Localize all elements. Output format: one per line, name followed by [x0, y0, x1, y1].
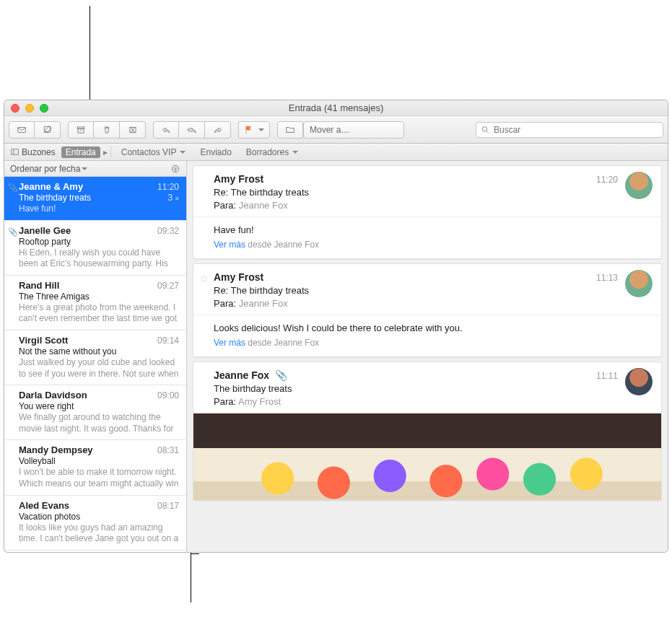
- preview-text: Hi Eden, I really wish you could have be…: [19, 248, 179, 270]
- drafts-dropdown[interactable]: Borradores: [239, 147, 305, 157]
- subject-label: Rooftop party: [19, 237, 71, 247]
- toolbar: Mover a…: [4, 116, 668, 144]
- sender-label: Virgil Scott: [19, 335, 68, 346]
- compose-icon: [43, 125, 53, 135]
- archive-icon: [76, 125, 86, 135]
- preview-text: It looks like you guys had an amazing ti…: [19, 522, 179, 545]
- time-label: 11:11: [596, 371, 618, 381]
- get-mail-button[interactable]: [9, 121, 35, 139]
- inbox-pill[interactable]: Entrada: [61, 146, 100, 158]
- attachment-icon: 📎: [8, 227, 18, 237]
- thread-message-card[interactable]: Amy FrostRe: The birthday treatsPara: Je…: [193, 165, 662, 259]
- avatar: [625, 270, 653, 297]
- avatar: [625, 368, 653, 395]
- trash-icon: [102, 125, 112, 135]
- see-more-link[interactable]: Ver más desde Jeanne Fox: [214, 240, 651, 250]
- sender-label: Darla Davidson: [19, 390, 87, 400]
- callout-line: [191, 553, 199, 554]
- reply-all-button[interactable]: [179, 121, 205, 139]
- mailboxes-label: Buzones: [22, 147, 56, 157]
- delete-button[interactable]: [94, 121, 120, 139]
- move-to-dropdown[interactable]: Mover a…: [303, 121, 404, 139]
- filter-icon[interactable]: [170, 164, 180, 174]
- message-list-item[interactable]: Darla Davidson09:00You were rightWe fina…: [4, 385, 186, 440]
- time-label: 08:17: [157, 501, 179, 511]
- flag-button[interactable]: [238, 121, 270, 139]
- message-list-item[interactable]: 📎Jeanne & Amy11:20The birthday treats3 »…: [4, 177, 186, 221]
- subject-label: The birthday treats: [19, 193, 91, 203]
- attachment-icon: 📎: [8, 183, 18, 193]
- from-label: Amy Frost: [214, 271, 651, 283]
- message-list-item[interactable]: Rand Hill09:27The Three AmigasHere's a g…: [4, 276, 186, 330]
- avatar: [625, 172, 653, 199]
- search-input[interactable]: [494, 125, 658, 135]
- compose-button[interactable]: [35, 121, 61, 139]
- see-more-link[interactable]: Ver más desde Jeanne Fox: [214, 338, 651, 348]
- time-label: 11:13: [596, 273, 618, 283]
- preview-text: I won't be able to make it tomorrow nigh…: [19, 467, 179, 489]
- favorites-bar: Buzones Entrada ▸ Contactos VIP Enviado …: [4, 144, 668, 161]
- mail-window: Entrada (41 mensajes): [4, 100, 668, 553]
- window-title: Entrada (41 mensajes): [4, 102, 668, 113]
- message-list-item[interactable]: Robert Fabian08:06Lost and foundHi every…: [4, 551, 186, 552]
- time-label: 11:20: [157, 182, 179, 192]
- from-label: Amy Frost: [214, 173, 651, 185]
- time-label: 09:00: [157, 390, 179, 400]
- preview-text: We finally got around to watching the mo…: [19, 412, 179, 434]
- message-list-item[interactable]: Mandy Dempsey08:31VolleyballI won't be a…: [4, 440, 186, 495]
- junk-button[interactable]: [120, 121, 146, 139]
- svg-rect-1: [44, 126, 50, 132]
- mailboxes-toggle[interactable]: Buzones: [4, 147, 61, 157]
- from-label: Jeanne Fox📎: [214, 369, 651, 381]
- attachment-icon: 📎: [275, 369, 287, 381]
- message-list-pane: Ordenar por fecha 📎Jeanne & Amy11:20The …: [4, 161, 187, 552]
- email-image-attachment: [193, 413, 661, 500]
- subject-label: The Three Amigas: [19, 292, 90, 302]
- message-list-item[interactable]: Aled Evans08:17Vacation photosIt looks l…: [4, 496, 186, 551]
- subject-label: Re: The birthday treats: [214, 187, 651, 198]
- sort-header[interactable]: Ordenar por fecha: [4, 161, 186, 177]
- svg-rect-0: [18, 127, 26, 132]
- message-list-item[interactable]: 📎Janelle Gee09:32Rooftop partyHi Eden, I…: [4, 221, 186, 276]
- sidebar-icon: [10, 147, 19, 157]
- reply-button[interactable]: [153, 121, 179, 139]
- sender-label: Jeanne & Amy: [19, 181, 83, 192]
- subject-label: Volleyball: [19, 456, 56, 466]
- folder-icon: [285, 125, 295, 135]
- flag-icon: [244, 125, 254, 135]
- thread-message-card[interactable]: Jeanne Fox📎The birthday treatsPara: Amy …: [193, 362, 662, 501]
- sender-label: Mandy Dempsey: [19, 444, 93, 455]
- time-label: 08:31: [157, 445, 179, 455]
- thread-message-card[interactable]: ☆Amy FrostRe: The birthday treatsPara: J…: [193, 263, 662, 357]
- subject-label: The birthday treats: [214, 383, 651, 394]
- message-list-item[interactable]: Virgil Scott09:14Not the same without yo…: [4, 330, 186, 385]
- preview-text: Have fun!: [19, 203, 179, 215]
- move-folder-icon-button[interactable]: [277, 121, 303, 139]
- archive-button[interactable]: [68, 121, 94, 139]
- reply-all-icon: [187, 125, 197, 135]
- time-label: 09:32: [157, 226, 179, 236]
- move-to-label: Mover a…: [310, 125, 349, 135]
- search-field[interactable]: [476, 122, 663, 138]
- message-body: Have fun!: [214, 224, 651, 235]
- time-label: 11:20: [596, 175, 618, 185]
- chevron-down-icon: [257, 124, 264, 135]
- svg-point-7: [172, 165, 178, 172]
- vip-dropdown[interactable]: Contactos VIP: [114, 147, 193, 157]
- junk-icon: [128, 125, 138, 135]
- subject-label: Not the same without you: [19, 346, 116, 356]
- preview-text: Just walked by your old cube and looked …: [19, 357, 179, 380]
- to-row: Para: Jeanne Fox: [214, 298, 651, 309]
- thread-count: 3 »: [167, 193, 179, 203]
- time-label: 09:14: [157, 336, 179, 346]
- message-body: Looks delicious! Wish I could be there t…: [214, 323, 651, 333]
- sent-button[interactable]: Enviado: [193, 147, 238, 157]
- star-icon[interactable]: ☆: [199, 273, 209, 284]
- time-label: 09:27: [157, 281, 179, 291]
- subject-label: Vacation photos: [19, 512, 80, 522]
- envelope-icon: [17, 125, 27, 135]
- subject-label: Re: The birthday treats: [214, 285, 651, 296]
- reading-pane: Amy FrostRe: The birthday treatsPara: Je…: [187, 161, 668, 552]
- to-row: Para: Jeanne Fox: [214, 200, 651, 211]
- forward-button[interactable]: [205, 121, 231, 139]
